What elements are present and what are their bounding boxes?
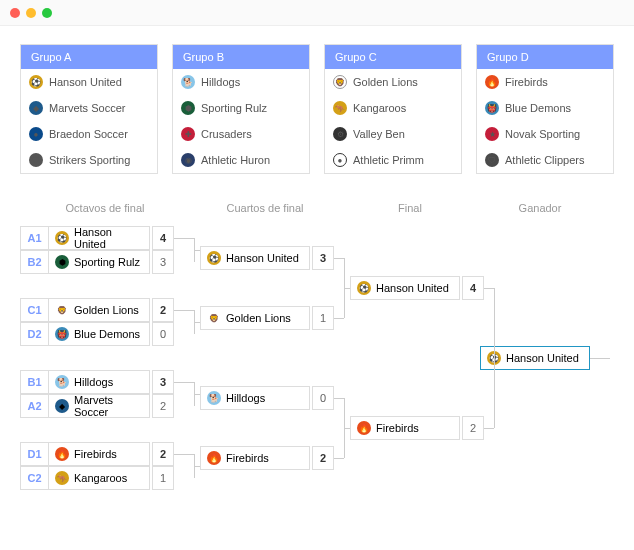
score: 2 <box>152 442 174 466</box>
match-slot[interactable]: ⚽Hanson United <box>350 276 460 300</box>
group-header: Grupo D <box>477 45 613 69</box>
match-slot[interactable]: C1🦁Golden Lions <box>20 298 150 322</box>
match-team: ⬢Sporting Rulz <box>49 255 149 269</box>
score: 3 <box>312 246 334 270</box>
team-icon: 🦘 <box>55 471 69 485</box>
team-name: Firebirds <box>74 448 117 460</box>
match-slot[interactable]: 🐕Hilldogs <box>200 386 310 410</box>
team-row[interactable]: 🛡Athletic Clippers <box>477 147 613 173</box>
team-icon: 🐕 <box>181 75 195 89</box>
match-slot[interactable]: C2🦘Kangaroos <box>20 466 150 490</box>
round-label: Octavos de final <box>20 202 190 214</box>
match-slot[interactable]: D1🔥Firebirds <box>20 442 150 466</box>
team-name: Kangaroos <box>353 102 406 114</box>
team-row[interactable]: 👹Blue Demons <box>477 95 613 121</box>
bracket-body: A1⚽Hanson United4B2⬢Sporting Rulz3C1🦁Gol… <box>20 226 614 516</box>
team-name: Hilldogs <box>74 376 113 388</box>
team-name: Golden Lions <box>74 304 139 316</box>
app-window: Grupo A⚽Hanson United◆Marvets Soccer●Bra… <box>0 0 634 550</box>
match-slot[interactable]: 🔥Firebirds <box>200 446 310 470</box>
team-row[interactable]: ⚙Valley Ben <box>325 121 461 147</box>
team-row[interactable]: 🐕Hilldogs <box>173 69 309 95</box>
team-icon: 🔥 <box>485 75 499 89</box>
score: 2 <box>152 298 174 322</box>
team-name: Golden Lions <box>226 312 291 324</box>
team-row[interactable]: ✚Crusaders <box>173 121 309 147</box>
match-team: ◆Marvets Soccer <box>49 394 149 418</box>
team-row[interactable]: 🛡Strikers Sporting <box>21 147 157 173</box>
score: 2 <box>152 394 174 418</box>
team-row[interactable]: 🔥Firebirds <box>477 69 613 95</box>
match-slot[interactable]: 🔥Firebirds <box>350 416 460 440</box>
round-labels: Octavos de final Cuartos de final Final … <box>20 202 614 214</box>
team-icon: 🔥 <box>207 451 221 465</box>
team-name: Hanson United <box>376 282 449 294</box>
score: 0 <box>312 386 334 410</box>
team-icon: ✚ <box>181 127 195 141</box>
team-name: Blue Demons <box>74 328 140 340</box>
match-team: ⚽Hanson United <box>49 226 149 250</box>
round-label: Cuartos de final <box>190 202 340 214</box>
team-icon: ⬢ <box>181 101 195 115</box>
match-team: 🔥Firebirds <box>201 451 309 465</box>
close-icon[interactable] <box>10 8 20 18</box>
team-name: Hanson United <box>226 252 299 264</box>
match-team: 🐕Hilldogs <box>49 375 149 389</box>
team-name: Blue Demons <box>505 102 571 114</box>
team-row[interactable]: ◉Athletic Huron <box>173 147 309 173</box>
team-name: Sporting Rulz <box>74 256 140 268</box>
score: 2 <box>462 416 484 440</box>
team-icon: ◆ <box>55 399 69 413</box>
match-slot[interactable]: ⚽Hanson United <box>200 246 310 270</box>
score: 4 <box>462 276 484 300</box>
group-header: Grupo A <box>21 45 157 69</box>
team-row[interactable]: 🦘Kangaroos <box>325 95 461 121</box>
team-name: Marvets Soccer <box>49 102 125 114</box>
team-row[interactable]: ●Athletic Primm <box>325 147 461 173</box>
team-name: Hanson United <box>74 226 143 250</box>
maximize-icon[interactable] <box>42 8 52 18</box>
team-name: Athletic Clippers <box>505 154 584 166</box>
team-name: Kangaroos <box>74 472 127 484</box>
team-icon: 🦁 <box>207 311 221 325</box>
group-card: Grupo C🦁Golden Lions🦘Kangaroos⚙Valley Be… <box>324 44 462 174</box>
bracket-panel: Octavos de final Cuartos de final Final … <box>0 192 634 536</box>
group-card: Grupo A⚽Hanson United◆Marvets Soccer●Bra… <box>20 44 158 174</box>
team-name: Hanson United <box>506 352 579 364</box>
group-card: Grupo B🐕Hilldogs⬢Sporting Rulz✚Crusaders… <box>172 44 310 174</box>
team-icon: ◆ <box>29 101 43 115</box>
team-icon: ⚽ <box>29 75 43 89</box>
team-name: Strikers Sporting <box>49 154 130 166</box>
match-slot[interactable]: 🦁Golden Lions <box>200 306 310 330</box>
match-team: 🔥Firebirds <box>351 421 459 435</box>
minimize-icon[interactable] <box>26 8 36 18</box>
match-slot[interactable]: B1🐕Hilldogs <box>20 370 150 394</box>
titlebar <box>0 0 634 26</box>
seed-label: A2 <box>21 395 49 417</box>
team-icon: ● <box>29 127 43 141</box>
match-team: ⚽Hanson United <box>201 251 309 265</box>
seed-label: B1 <box>21 371 49 393</box>
team-row[interactable]: ⚽Hanson United <box>21 69 157 95</box>
team-row[interactable]: 🦁Golden Lions <box>325 69 461 95</box>
match-team: ⚽Hanson United <box>351 281 459 295</box>
team-name: Athletic Huron <box>201 154 270 166</box>
match-slot[interactable]: A1⚽Hanson United <box>20 226 150 250</box>
team-row[interactable]: ★Novak Sporting <box>477 121 613 147</box>
team-name: Firebirds <box>505 76 548 88</box>
team-row[interactable]: ⬢Sporting Rulz <box>173 95 309 121</box>
team-name: Marvets Soccer <box>74 394 143 418</box>
team-name: Firebirds <box>226 452 269 464</box>
team-name: Novak Sporting <box>505 128 580 140</box>
group-card: Grupo D🔥Firebirds👹Blue Demons★Novak Spor… <box>476 44 614 174</box>
match-slot[interactable]: ⚽Hanson United <box>480 346 590 370</box>
group-header: Grupo B <box>173 45 309 69</box>
match-team: 🦘Kangaroos <box>49 471 149 485</box>
team-icon: ⚙ <box>333 127 347 141</box>
match-slot[interactable]: D2👹Blue Demons <box>20 322 150 346</box>
match-slot[interactable]: B2⬢Sporting Rulz <box>20 250 150 274</box>
team-name: Sporting Rulz <box>201 102 267 114</box>
match-slot[interactable]: A2◆Marvets Soccer <box>20 394 150 418</box>
team-row[interactable]: ◆Marvets Soccer <box>21 95 157 121</box>
team-row[interactable]: ●Braedon Soccer <box>21 121 157 147</box>
